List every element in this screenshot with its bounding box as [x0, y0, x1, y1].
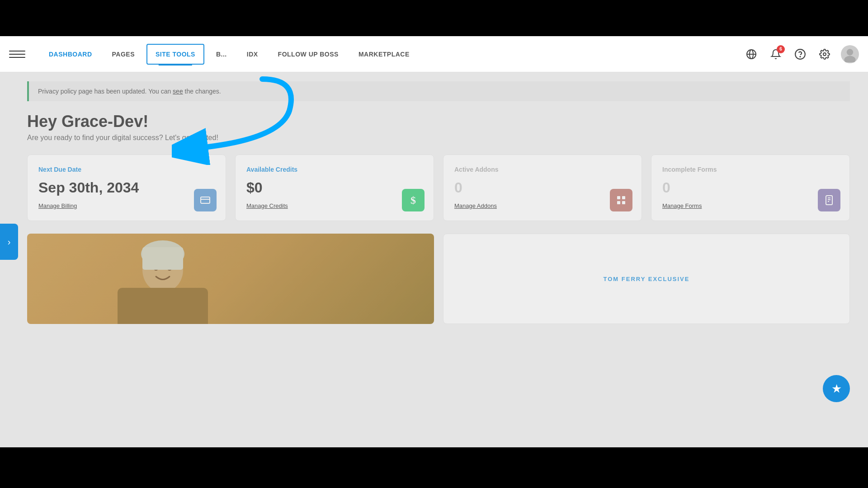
nav-item-dashboard[interactable]: DASHBOARD: [39, 36, 102, 72]
settings-icon-button[interactable]: [816, 46, 833, 62]
billing-icon: [194, 189, 217, 211]
card-label-active-addons: Active Addons: [454, 166, 631, 173]
card-available-credits: Available Credits $0 Manage Credits $: [235, 155, 434, 221]
card-value-active-addons: 0: [454, 179, 631, 196]
sidebar-toggle-button[interactable]: ›: [0, 224, 18, 260]
card-value-next-due-date: Sep 30th, 2034: [38, 179, 215, 196]
support-icon-button[interactable]: [792, 46, 808, 62]
svg-rect-8: [201, 197, 210, 203]
video-placeholder: [27, 234, 434, 324]
header-right: 6: [743, 45, 859, 63]
svg-point-6: [847, 49, 853, 55]
card-label-incomplete-forms: Incomplete Forms: [662, 166, 839, 173]
main-nav: DASHBOARD PAGES SITE TOOLS B... IDX FOLL…: [39, 36, 743, 72]
svg-rect-11: [622, 196, 625, 199]
manage-forms-link[interactable]: Manage Forms: [662, 202, 702, 209]
card-label-available-credits: Available Credits: [246, 166, 423, 173]
svg-rect-13: [622, 201, 625, 204]
globe-icon-button[interactable]: [743, 46, 760, 62]
hamburger-menu[interactable]: [9, 46, 25, 62]
star-icon: ★: [831, 382, 842, 396]
card-active-addons: Active Addons 0 Manage Addons: [443, 155, 642, 221]
nav-item-site-tools[interactable]: SITE TOOLS: [146, 44, 204, 65]
notification-badge: 6: [777, 45, 785, 53]
card-value-incomplete-forms: 0: [662, 179, 839, 196]
chevron-right-icon: ›: [8, 237, 11, 247]
tom-ferry-label: TOM FERRY EXCLUSIVE: [604, 276, 690, 282]
manage-billing-link[interactable]: Manage Billing: [38, 202, 77, 209]
svg-rect-23: [142, 247, 183, 270]
svg-rect-12: [617, 201, 620, 204]
nav-item-b[interactable]: B...: [206, 36, 237, 72]
manage-credits-link[interactable]: Manage Credits: [246, 202, 288, 209]
alert-link[interactable]: see: [173, 88, 183, 95]
notification-bell-button[interactable]: 6: [768, 46, 784, 62]
svg-point-7: [844, 56, 855, 62]
svg-point-5: [823, 53, 826, 56]
card-label-next-due-date: Next Due Date: [38, 166, 215, 173]
bottom-section: TOM FERRY EXCLUSIVE: [27, 234, 850, 324]
svg-rect-19: [118, 288, 208, 324]
greeting-section: Hey Grace-Dev! Are you ready to find you…: [27, 112, 850, 142]
credits-icon: $: [402, 189, 425, 211]
tom-ferry-card: TOM FERRY EXCLUSIVE: [443, 234, 850, 324]
forms-icon: [818, 189, 840, 211]
video-card[interactable]: [27, 234, 434, 324]
svg-rect-10: [617, 196, 620, 199]
nav-item-marketplace[interactable]: MARKETPLACE: [349, 36, 420, 72]
card-next-due-date: Next Due Date Sep 30th, 2034 Manage Bill…: [27, 155, 226, 221]
dashboard-cards: Next Due Date Sep 30th, 2034 Manage Bill…: [27, 155, 850, 221]
card-value-available-credits: $0: [246, 179, 423, 196]
greeting-title: Hey Grace-Dev!: [27, 112, 850, 131]
nav-item-follow-up-boss[interactable]: FOLLOW UP BOSS: [268, 36, 349, 72]
manage-addons-link[interactable]: Manage Addons: [454, 202, 497, 209]
card-incomplete-forms: Incomplete Forms 0 Manage Forms: [651, 155, 850, 221]
floating-star-button[interactable]: ★: [823, 375, 850, 402]
avatar[interactable]: [841, 45, 859, 63]
nav-item-idx[interactable]: IDX: [237, 36, 268, 72]
greeting-subtitle: Are you ready to find your digital succe…: [27, 134, 850, 142]
nav-item-pages[interactable]: PAGES: [102, 36, 145, 72]
addons-icon: [610, 189, 632, 211]
alert-banner: Privacy policy page has been updated. Yo…: [27, 81, 850, 101]
